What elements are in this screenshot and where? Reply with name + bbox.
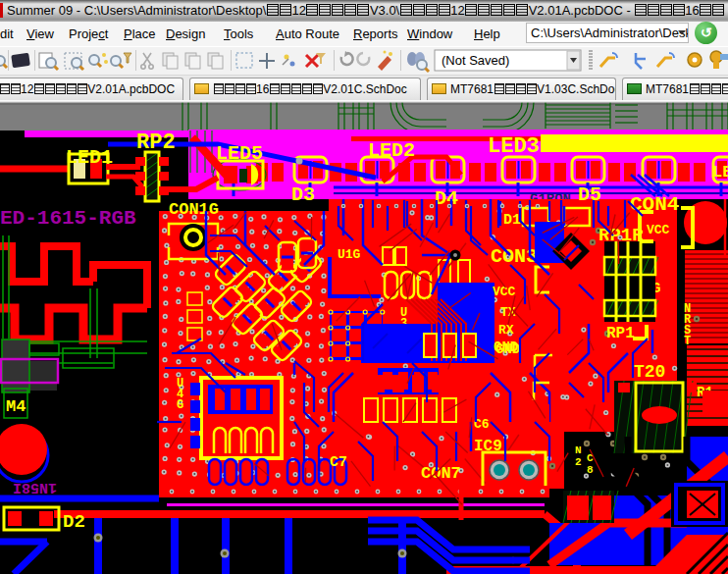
svg-text:RP1: RP1 [606, 325, 635, 342]
svg-text:RP2: RP2 [136, 130, 176, 155]
svg-text:G: G [177, 398, 183, 412]
svg-text:LED1: LED1 [66, 146, 113, 169]
svg-text:LED5: LED5 [216, 142, 263, 165]
svg-text:VCC: VCC [647, 223, 670, 237]
svg-text:8: 8 [587, 464, 594, 476]
svg-text:T: T [684, 335, 691, 348]
svg-text:GND: GND [494, 339, 518, 355]
svg-text:D3: D3 [291, 183, 315, 206]
svg-text:D2: D2 [63, 511, 85, 533]
svg-text:2: 2 [575, 456, 582, 468]
svg-text:D1: D1 [503, 212, 521, 229]
svg-text:VCC: VCC [493, 285, 516, 299]
svg-text:(Not Saved): (Not Saved) [442, 53, 509, 68]
svg-text:CON7: CON7 [421, 464, 461, 483]
svg-text:CON1G: CON1G [169, 200, 219, 219]
svg-text:D4: D4 [435, 187, 458, 210]
svg-text:U1G: U1G [338, 247, 361, 262]
svg-text:LED3: LED3 [488, 134, 540, 159]
svg-text:C7: C7 [330, 454, 347, 471]
svg-text:RX: RX [498, 323, 514, 338]
svg-text:ED-1615-RGB: ED-1615-RGB [0, 207, 136, 230]
svg-text:LE: LE [712, 163, 728, 182]
svg-text:T20: T20 [634, 362, 665, 382]
svg-text:N: N [575, 444, 582, 456]
svg-text:1N58I: 1N58I [13, 479, 57, 496]
svg-text:M4: M4 [6, 397, 26, 416]
svg-text:LED2: LED2 [368, 139, 415, 162]
